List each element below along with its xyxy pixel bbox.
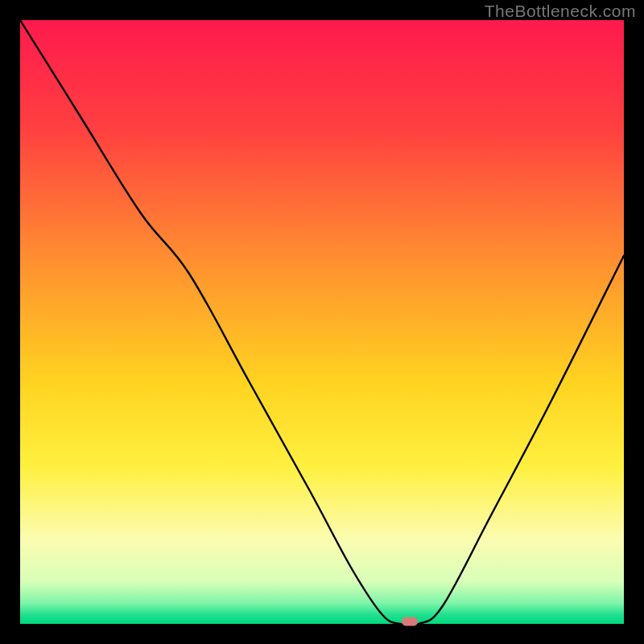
optimal-point-marker — [402, 617, 418, 626]
bottleneck-curve — [20, 20, 624, 624]
chart-frame: TheBottleneck.com — [0, 0, 644, 644]
plot-area — [20, 20, 624, 624]
watermark-label: TheBottleneck.com — [485, 2, 636, 21]
